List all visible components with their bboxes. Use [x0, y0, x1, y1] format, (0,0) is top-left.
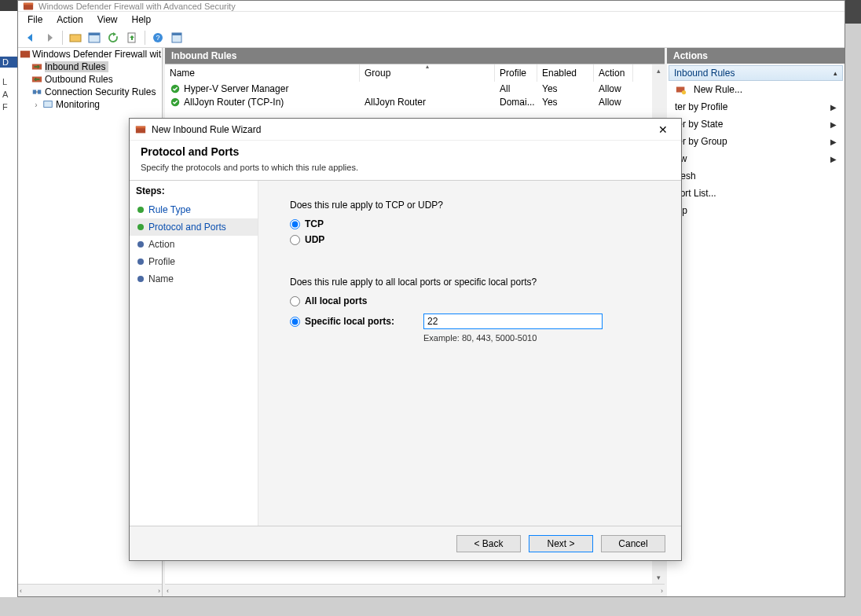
svg-text:?: ?: [156, 34, 159, 42]
radio-udp-input[interactable]: [290, 235, 300, 245]
toolbar-folder-icon[interactable]: [68, 30, 83, 46]
tree-connsec[interactable]: Connection Security Rules: [18, 86, 162, 98]
svg-rect-1: [24, 2, 33, 5]
new-inbound-rule-wizard: New Inbound Rule Wizard ✕ Protocol and P…: [129, 118, 682, 561]
action-new-rule[interactable]: New Rule...: [667, 81, 845, 98]
action-refresh[interactable]: fresh: [667, 167, 845, 185]
row1-group: AllJoyn Router: [360, 97, 495, 108]
step-protocol-ports[interactable]: Protocol and Ports: [130, 218, 258, 236]
actions-subheader[interactable]: Inbound Rules ▴: [669, 65, 843, 81]
step-rule-type[interactable]: Rule Type: [130, 201, 258, 218]
radio-specific-ports[interactable]: Specific local ports:: [290, 316, 416, 327]
tree-outbound-rules[interactable]: Outbound Rules: [18, 73, 162, 86]
row1-action: Allow: [594, 97, 633, 108]
chevron-right-icon: ▶: [830, 155, 837, 163]
toolbar-separator-2: [145, 31, 145, 45]
outbound-rules-icon: [31, 74, 43, 85]
row1-profile: Domai...: [495, 97, 537, 108]
wizard-back-button[interactable]: < Back: [456, 535, 521, 552]
actions-panel: Actions Inbound Rules ▴ New Rule... ter …: [667, 48, 845, 596]
wizard-head-title: Protocol and Ports: [141, 145, 670, 158]
radio-all-ports[interactable]: All local ports: [290, 295, 659, 306]
action-filter-group[interactable]: ter by Group ▶: [667, 133, 845, 150]
table-row[interactable]: AllJoyn Router (TCP-In) AllJoyn Router D…: [165, 95, 665, 108]
tree-root-label: Windows Defender Firewall wit: [32, 49, 163, 60]
tree-hscroll[interactable]: ‹›: [18, 584, 162, 596]
action-filter-profile[interactable]: ter by Profile ▶: [667, 98, 845, 116]
parent-left-strip: D L A F: [0, 11, 17, 597]
action-help[interactable]: elp: [667, 202, 845, 219]
step-action[interactable]: Action: [130, 236, 258, 253]
toolbar-props-icon[interactable]: [169, 30, 185, 46]
menu-view[interactable]: View: [91, 13, 124, 27]
wizard-next-button[interactable]: Next >: [529, 535, 593, 552]
wizard-cancel-button[interactable]: Cancel: [601, 535, 665, 552]
tree-root[interactable]: Windows Defender Firewall wit: [18, 48, 162, 60]
col-group[interactable]: Group ▴: [360, 64, 495, 82]
wizard-close-button[interactable]: ✕: [650, 121, 676, 138]
svg-rect-14: [38, 90, 41, 94]
svg-rect-15: [44, 101, 53, 108]
step-name[interactable]: Name: [130, 270, 258, 288]
tree-connsec-label: Connection Security Rules: [45, 86, 159, 97]
chevron-right-icon: ▶: [830, 120, 837, 129]
col-enabled[interactable]: Enabled: [537, 64, 594, 82]
row0-action: Allow: [594, 83, 633, 94]
scroll-down-icon[interactable]: ▾: [652, 571, 665, 584]
expander-icon[interactable]: ›: [31, 101, 42, 109]
toolbar-forward-button[interactable]: [42, 30, 57, 46]
question-proto: Does this rule apply to TCP or UDP?: [290, 200, 659, 211]
menu-action[interactable]: Action: [50, 13, 89, 27]
action-export[interactable]: port List...: [667, 185, 845, 202]
menu-file[interactable]: File: [21, 13, 49, 27]
menu-help[interactable]: Help: [126, 13, 158, 27]
table-row[interactable]: Hyper-V Server Manager All Yes Allow: [165, 82, 665, 95]
svg-rect-4: [89, 33, 100, 35]
tree-inbound-rules[interactable]: Inbound Rules: [18, 60, 162, 73]
toolbar-back-button[interactable]: [23, 30, 38, 46]
question-ports: Does this rule apply to all local ports …: [290, 277, 659, 288]
window-titlebar[interactable]: Windows Defender Firewall with Advanced …: [18, 1, 845, 12]
action-filter-state[interactable]: ter by State ▶: [667, 116, 845, 133]
allow-rule-icon: [170, 97, 181, 108]
tree-monitoring[interactable]: › Monitoring: [18, 98, 162, 111]
monitoring-icon: [42, 99, 54, 110]
collapse-caret-icon: ▴: [834, 69, 837, 77]
col-name[interactable]: Name: [165, 64, 360, 82]
radio-tcp-label: TCP: [305, 218, 324, 229]
step-profile[interactable]: Profile: [130, 253, 258, 270]
radio-tcp-input[interactable]: [290, 219, 300, 229]
col-profile[interactable]: Profile: [495, 64, 537, 82]
radio-all-ports-input[interactable]: [290, 296, 300, 306]
svg-point-19: [682, 90, 686, 94]
toolbar-blue-window-icon[interactable]: [86, 30, 102, 46]
toolbar-separator: [62, 31, 63, 45]
wizard-form: Does this rule apply to TCP or UDP? TCP …: [258, 181, 681, 526]
firewall-root-icon: [20, 49, 31, 60]
step-name-label: Name: [148, 273, 174, 284]
step-dot-icon: [137, 258, 144, 265]
tree-monitoring-label: Monitoring: [56, 99, 103, 110]
grid-header-row: Name Group ▴ Profile Enabled Action: [165, 64, 665, 82]
radio-specific-ports-input[interactable]: [290, 317, 300, 327]
actions-header: Actions: [667, 48, 845, 64]
center-hscroll[interactable]: ‹›: [165, 584, 665, 596]
toolbar-refresh-icon[interactable]: [105, 30, 121, 46]
radio-all-ports-label: All local ports: [305, 295, 367, 306]
radio-specific-ports-label: Specific local ports:: [305, 316, 394, 327]
row0-profile: All: [495, 83, 537, 94]
actions-sub-label: Inbound Rules: [674, 68, 735, 79]
row0-name: Hyper-V Server Manager: [184, 83, 288, 94]
toolbar-export-icon[interactable]: [124, 30, 140, 46]
action-view[interactable]: ew ▶: [667, 150, 845, 167]
scroll-up-icon[interactable]: ▴: [652, 64, 665, 77]
wizard-titlebar[interactable]: New Inbound Rule Wizard ✕: [130, 119, 681, 141]
radio-tcp[interactable]: TCP: [290, 218, 659, 229]
radio-udp[interactable]: UDP: [290, 234, 659, 245]
toolbar-help-icon[interactable]: ?: [150, 30, 166, 46]
radio-udp-label: UDP: [305, 234, 324, 245]
new-rule-icon: [675, 84, 687, 95]
specific-ports-input[interactable]: [423, 314, 603, 329]
col-action[interactable]: Action: [594, 64, 633, 82]
svg-rect-9: [172, 33, 181, 35]
